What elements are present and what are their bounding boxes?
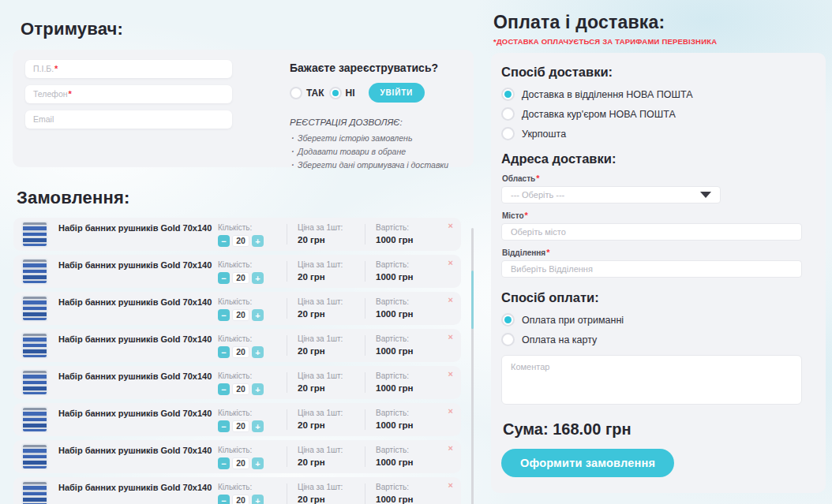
close-icon[interactable]: × xyxy=(448,442,453,454)
column-divider xyxy=(365,483,365,504)
quantity-label: Кількість: xyxy=(218,483,279,491)
plus-icon[interactable]: + xyxy=(252,346,264,358)
checkout-title: Оплата і доставка: xyxy=(493,12,826,33)
minus-icon[interactable]: − xyxy=(218,420,230,432)
register-option[interactable]: НІ xyxy=(329,87,355,99)
quantity-value[interactable]: 20 xyxy=(232,383,249,395)
minus-icon[interactable]: − xyxy=(218,495,230,504)
payment-option[interactable]: Оплата при отриманні xyxy=(501,313,802,327)
radio-icon[interactable] xyxy=(501,88,515,101)
column-divider xyxy=(365,446,365,467)
price-column: Ціна за 1шт: 20 грн xyxy=(294,255,358,288)
address-section-title: Адреса доставки: xyxy=(501,151,802,166)
close-icon[interactable]: × xyxy=(448,257,453,268)
register-option[interactable]: ТАК xyxy=(290,87,324,99)
price-column: Ціна за 1шт: 20 грн xyxy=(294,218,358,251)
comment-textarea[interactable] xyxy=(501,355,802,405)
total-column: Вартість: 1000 грн xyxy=(373,366,445,399)
quantity-value[interactable]: 20 xyxy=(232,457,249,469)
field-placeholder: П.І.Б. xyxy=(33,64,54,73)
total-column: Вартість: 1000 грн xyxy=(373,329,445,362)
radio-icon[interactable] xyxy=(329,87,342,99)
plus-icon[interactable]: + xyxy=(252,272,264,284)
registration-benefits: Зберегти історію замовленьДодавати товар… xyxy=(290,132,452,172)
radio-icon[interactable] xyxy=(501,333,515,346)
total-value: 1000 грн xyxy=(376,495,445,504)
order-row: Набір банних рушників Gold 70x140 Кількі… xyxy=(13,440,461,473)
submit-order-button[interactable]: Оформити замовлення xyxy=(501,449,674,477)
delivery-option[interactable]: Укрпошта xyxy=(501,127,802,140)
plus-icon[interactable]: + xyxy=(252,420,264,432)
radio-icon[interactable] xyxy=(501,127,515,140)
order-row: Набір банних рушників Gold 70x140 Кількі… xyxy=(13,477,461,504)
price-column: Ціна за 1шт: 20 грн xyxy=(294,329,358,362)
radio-icon[interactable] xyxy=(501,107,515,121)
product-name: Набір банних рушників Gold 70x140 xyxy=(58,297,213,325)
quantity-stepper: − 20 + xyxy=(218,420,279,432)
delivery-option-label: Доставка в відділення НОВА ПОШТА xyxy=(522,89,693,100)
product-name: Набір банних рушників Gold 70x140 xyxy=(58,260,213,288)
payment-option[interactable]: Оплата на карту xyxy=(501,333,802,346)
recipient-text-field[interactable]: Email xyxy=(25,110,232,129)
benefit-item: Зберегти дані отримувача і доставки xyxy=(290,159,452,172)
radio-icon[interactable] xyxy=(290,87,302,99)
region-label: Область* xyxy=(502,174,802,183)
quantity-value[interactable]: 20 xyxy=(232,235,249,247)
close-icon[interactable]: × xyxy=(448,480,453,491)
plus-icon[interactable]: + xyxy=(252,383,264,395)
quantity-value[interactable]: 20 xyxy=(232,420,249,432)
quantity-value[interactable]: 20 xyxy=(232,346,249,358)
column-divider xyxy=(287,483,287,504)
product-image xyxy=(21,406,48,433)
close-icon[interactable]: × xyxy=(448,220,453,231)
region-select-placeholder: --- Оберіть --- xyxy=(511,190,564,200)
delivery-option[interactable]: Доставка в відділення НОВА ПОШТА xyxy=(501,88,802,101)
quantity-label: Кількість: xyxy=(218,260,279,269)
plus-icon[interactable]: + xyxy=(252,495,264,504)
radio-icon[interactable] xyxy=(501,313,515,327)
recipient-text-field[interactable]: П.І.Б.* xyxy=(25,60,232,78)
minus-icon[interactable]: − xyxy=(218,309,230,321)
price-label: Ціна за 1шт: xyxy=(298,371,358,380)
quantity-stepper: − 20 + xyxy=(218,235,279,247)
order-row: Набір банних рушників Gold 70x140 Кількі… xyxy=(13,366,461,399)
minus-icon[interactable]: − xyxy=(218,346,230,358)
price-value: 20 грн xyxy=(298,457,358,467)
quantity-stepper: − 20 + xyxy=(218,309,279,321)
close-icon[interactable]: × xyxy=(448,331,453,342)
minus-icon[interactable]: − xyxy=(218,235,230,247)
scrollbar-thumb[interactable] xyxy=(471,271,474,329)
login-button[interactable]: УВІЙТИ xyxy=(369,83,425,103)
checkout-card: Спосіб доставки: Доставка в відділення Н… xyxy=(491,53,826,493)
total-label: Вартість: xyxy=(376,260,445,269)
delivery-option[interactable]: Доставка кур'єром НОВА ПОШТА xyxy=(501,107,802,121)
city-input[interactable] xyxy=(501,223,802,241)
minus-icon[interactable]: − xyxy=(218,457,230,469)
register-options: ТАК НІ xyxy=(290,87,360,99)
close-icon[interactable]: × xyxy=(448,294,453,305)
total-label: Вартість: xyxy=(376,334,445,343)
product-name: Набір банних рушників Gold 70x140 xyxy=(58,371,213,399)
required-asterisk: * xyxy=(54,64,58,73)
branch-input[interactable] xyxy=(501,260,802,278)
quantity-value[interactable]: 20 xyxy=(232,309,249,321)
minus-icon[interactable]: − xyxy=(218,383,230,395)
quantity-value[interactable]: 20 xyxy=(232,495,249,504)
price-column: Ціна за 1шт: 20 грн xyxy=(294,477,358,504)
plus-icon[interactable]: + xyxy=(252,457,264,469)
price-value: 20 грн xyxy=(298,346,358,356)
plus-icon[interactable]: + xyxy=(252,235,264,247)
quantity-value[interactable]: 20 xyxy=(232,272,249,284)
region-select[interactable]: --- Оберіть --- xyxy=(501,186,721,203)
plus-icon[interactable]: + xyxy=(252,309,264,321)
total-label: Вартість: xyxy=(376,483,445,491)
recipient-text-field[interactable]: Телефон* xyxy=(25,85,232,103)
price-column: Ціна за 1шт: 20 грн xyxy=(294,366,358,399)
close-icon[interactable]: × xyxy=(448,405,453,416)
order-area: Набір банних рушників Gold 70x140 Кількі… xyxy=(13,218,474,504)
minus-icon[interactable]: − xyxy=(218,272,230,284)
scrollbar-track[interactable] xyxy=(471,228,474,504)
close-icon[interactable]: × xyxy=(448,368,453,379)
recipient-card: П.І.Б.* Телефон* Email Бажаєте зареєстру… xyxy=(13,50,474,167)
price-value: 20 грн xyxy=(298,495,358,504)
